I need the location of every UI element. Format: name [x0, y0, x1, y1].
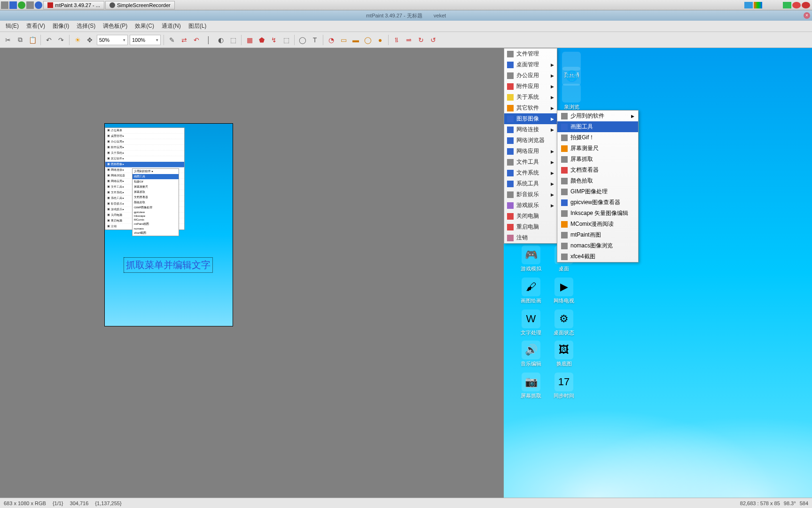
task-button-ssr[interactable]: SimpleScreenRecorder [105, 1, 175, 9]
submenu-item[interactable]: GIMP图像处理 [557, 186, 638, 197]
tray-record-icon[interactable] [792, 2, 801, 8]
paste-button[interactable]: 📋 [27, 35, 38, 45]
submenu-item[interactable]: Inkscape 矢量图像编辑 [557, 208, 638, 219]
brightness-button[interactable]: ☀ [72, 35, 83, 45]
select-tool[interactable]: ▦ [244, 35, 255, 45]
appmenu-item[interactable]: 文件系统▶ [504, 167, 557, 178]
tray-icon[interactable] [9, 1, 17, 9]
desktop-icon[interactable]: 17同步时间 [548, 373, 580, 399]
appmenu-item[interactable]: 注销 [504, 232, 557, 243]
menu-view[interactable]: 查看(V) [23, 21, 49, 31]
line-tool[interactable]: │ [203, 35, 214, 45]
desktop-icon[interactable]: ⚙桌面状态 [548, 310, 580, 336]
shuffle-tool[interactable]: ⇄ [179, 35, 189, 45]
canvas-area[interactable]: ▣ 占位菜单▣ 桌面管理 ▸▣ 办公应用 ▸▣ 附件应用 ▸▣ 关于系统 ▸▣ … [0, 48, 812, 498]
polygon-tool[interactable]: ⬟ [257, 35, 267, 45]
appmenu-item[interactable]: 网络浏览器 [504, 135, 557, 146]
undo-button[interactable]: ↶ [44, 35, 54, 45]
outline-ell-icon[interactable]: ◯ [363, 35, 373, 45]
clone-tool[interactable]: ⬚ [228, 35, 238, 45]
tray-power-icon[interactable] [802, 2, 810, 8]
zoom-main-combo[interactable]: 50% [97, 35, 128, 45]
paint-tool[interactable]: ✎ [167, 35, 177, 45]
submenu-item[interactable]: 拍摄Gif！ [557, 132, 638, 143]
desktop-icon[interactable]: W文字处理 [515, 310, 547, 336]
desktop-icon[interactable]: 🔊音乐编辑 [515, 341, 547, 367]
edited-image[interactable]: ▣ 占位菜单▣ 桌面管理 ▸▣ 办公应用 ▸▣ 附件应用 ▸▣ 关于系统 ▸▣ … [104, 123, 233, 326]
appmenu-item[interactable]: 办公应用▶ [504, 70, 557, 81]
fill-ell-icon[interactable]: ● [375, 35, 385, 45]
menu-channels[interactable]: 通道(N) [158, 21, 185, 31]
rot-sel-ccw-icon[interactable]: ↺ [428, 35, 438, 45]
application-submenu[interactable]: 少用到的软件▶画图工具拍摄Gif！屏幕测量尺屏幕抓取文档查看器颜色拾取GIMP图… [557, 110, 639, 262]
appmenu-item[interactable]: 重启电脑 [504, 222, 557, 232]
tray-icon[interactable] [18, 1, 25, 9]
flip-sel-h-icon[interactable]: ⥬ [404, 35, 414, 45]
application-menu[interactable]: 文件管理桌面管理▶办公应用▶附件应用▶关于系统▶其它软件▶图形图像▶网络连接▶网… [504, 48, 557, 244]
rot-sel-cw-icon[interactable]: ↻ [416, 35, 426, 45]
tray-icon[interactable] [35, 1, 42, 9]
appmenu-item[interactable]: 影音娱乐▶ [504, 189, 557, 200]
submenu-item[interactable]: 画图工具 [557, 121, 638, 132]
menu-palette[interactable]: 调色板(P) [99, 21, 131, 31]
submenu-item[interactable]: nomacs图像浏览 [557, 240, 638, 251]
appmenu-item[interactable]: 网络连接▶ [504, 124, 557, 135]
tray-icon[interactable] [1, 1, 8, 9]
tray-network-icon[interactable] [783, 2, 791, 8]
desktop-icon[interactable]: 📷屏幕抓取 [515, 373, 547, 399]
place-tool[interactable]: ⬚ [281, 35, 291, 45]
appmenu-item[interactable]: 系统工具▶ [504, 178, 557, 189]
menu-layers[interactable]: 图层(L) [185, 21, 211, 31]
desktop-icon[interactable]: 🖼换底图 [548, 341, 580, 367]
close-icon[interactable]: × [804, 12, 810, 19]
appmenu-item[interactable]: 桌面管理▶ [504, 59, 557, 70]
lasso-tool[interactable]: ↯ [269, 35, 279, 45]
submenu-item[interactable]: xfce4截图 [557, 251, 638, 262]
menu-icon [507, 51, 514, 57]
submenu-item[interactable]: mtPaint画图 [557, 230, 638, 240]
pan-button[interactable]: ✥ [85, 35, 95, 45]
appmenu-item[interactable]: 文件管理 [504, 48, 557, 59]
outline-icon[interactable]: ▭ [338, 35, 349, 45]
submenu-item[interactable]: 文档查看器 [557, 165, 638, 175]
flip-sel-v-icon[interactable]: ⥮ [391, 35, 402, 45]
desktop-icon[interactable]: 泉浏览 [555, 84, 587, 111]
desktop-icon[interactable]: 🎮游戏模拟 [515, 246, 547, 272]
menu-effects[interactable]: 效果(C) [131, 21, 158, 31]
text-selection-overlay[interactable]: 抓取菜单并编辑文字 [124, 257, 213, 273]
task-button-mtpaint[interactable]: mtPaint 3.49.27 - ... [43, 1, 104, 9]
appmenu-item[interactable]: 附件应用▶ [504, 81, 557, 92]
flood-tool[interactable]: ↶ [191, 35, 202, 45]
tray-icon[interactable] [26, 1, 34, 9]
appmenu-item[interactable]: 网络应用▶ [504, 146, 557, 157]
tray-monitor-icon[interactable] [744, 2, 753, 8]
desktop-icon[interactable]: 🖌画图绘画 [515, 278, 547, 304]
text-tool[interactable]: T [310, 35, 320, 45]
tray-color-icon[interactable] [754, 2, 762, 8]
smudge-tool[interactable]: ◐ [216, 35, 226, 45]
redo-button[interactable]: ↷ [56, 35, 66, 45]
lasso-cut-icon[interactable]: ◔ [326, 35, 336, 45]
zoom-view-combo[interactable]: 100% [130, 35, 161, 45]
appmenu-item[interactable]: 游戏娱乐▶ [504, 200, 557, 211]
cut-button[interactable]: ✂ [3, 35, 13, 45]
desktop-icon[interactable]: ▶网络电视 [548, 278, 580, 304]
submenu-item[interactable]: 少用到的软件▶ [557, 111, 638, 121]
copy-button[interactable]: ⧉ [15, 35, 25, 45]
fill-rect-icon[interactable]: ▬ [351, 35, 361, 45]
appmenu-item[interactable]: 文件工具▶ [504, 157, 557, 167]
ellipse-tool[interactable]: ◯ [297, 35, 308, 45]
menu-image[interactable]: 图像(I) [49, 21, 73, 31]
separator [241, 35, 242, 45]
appmenu-item[interactable]: 其它软件▶ [504, 103, 557, 113]
appmenu-item[interactable]: 图形图像▶ [504, 113, 557, 124]
submenu-item[interactable]: 屏幕测量尺 [557, 143, 638, 154]
submenu-item[interactable]: 颜色拾取 [557, 175, 638, 186]
submenu-item[interactable]: 屏幕抓取 [557, 154, 638, 165]
appmenu-item[interactable]: 关闭电脑 [504, 211, 557, 222]
submenu-item[interactable]: MComix漫画阅读 [557, 219, 638, 230]
submenu-item[interactable]: gpicview图像查看器 [557, 197, 638, 208]
menu-edit[interactable]: 辑(E) [2, 21, 23, 31]
appmenu-item[interactable]: 关于系统▶ [504, 92, 557, 103]
menu-select[interactable]: 选择(S) [73, 21, 99, 31]
